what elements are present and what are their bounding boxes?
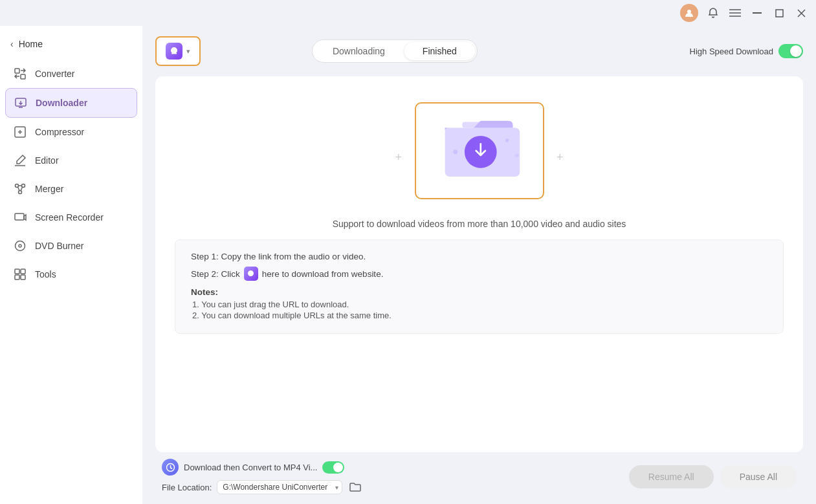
resume-all-button[interactable]: Resume All <box>629 465 714 488</box>
file-location-row: File Location: G:\Wondershare UniConvert… <box>162 479 619 495</box>
illustration-area: + + <box>175 89 784 212</box>
sidebar-item-converter[interactable]: Converter <box>0 60 142 88</box>
svg-point-15 <box>19 191 22 194</box>
step2-line: Step 2: Click here to download from webs… <box>191 267 767 281</box>
back-arrow-icon: ‹ <box>10 39 14 49</box>
sidebar-back[interactable]: ‹ Home <box>0 32 142 60</box>
svg-rect-19 <box>15 214 24 220</box>
file-location-select-wrap[interactable]: G:\Wondershare UniConverter <box>217 480 342 494</box>
merger-icon <box>13 182 27 196</box>
svg-rect-22 <box>15 269 19 274</box>
file-location-label: File Location: <box>162 483 212 492</box>
svg-rect-25 <box>21 275 25 279</box>
step2-prefix: Step 2: Click <box>191 269 240 279</box>
folder-svg <box>428 109 531 193</box>
downloader-icon <box>14 96 28 110</box>
sidebar-back-label: Home <box>19 39 43 49</box>
sidebar-item-label: Tools <box>35 269 56 279</box>
maximize-icon[interactable] <box>772 6 786 20</box>
tab-group: Downloading Finished <box>312 39 478 63</box>
svg-point-31 <box>515 153 518 157</box>
add-btn-dropdown-arrow: ▾ <box>186 47 190 56</box>
compressor-icon <box>13 125 27 139</box>
note1: 1. You can just drag the URL to download… <box>192 300 767 309</box>
close-icon[interactable] <box>794 6 808 20</box>
tools-icon <box>13 267 27 281</box>
svg-line-18 <box>21 187 23 191</box>
menu-icon[interactable] <box>728 6 742 20</box>
sidebar-item-merger[interactable]: Merger <box>0 175 142 203</box>
add-download-icon <box>166 43 182 60</box>
svg-point-29 <box>453 149 458 154</box>
svg-point-21 <box>19 245 21 247</box>
titlebar <box>0 0 816 26</box>
sidebar-item-label: Editor <box>35 155 59 166</box>
svg-rect-4 <box>753 12 762 14</box>
notification-icon[interactable] <box>706 6 720 20</box>
svg-rect-23 <box>21 269 25 274</box>
sidebar-item-label: Converter <box>35 69 74 79</box>
svg-rect-9 <box>21 74 25 79</box>
folder-illustration-box <box>415 102 544 199</box>
user-avatar <box>680 4 698 22</box>
instructions-box: Step 1: Copy the link from the audio or … <box>175 239 784 334</box>
notes-section: Notes: 1. You can just drag the URL to d… <box>191 287 767 320</box>
sidebar-item-editor[interactable]: Editor <box>0 146 142 175</box>
notes-title: Notes: <box>191 287 767 297</box>
note2: 2. You can download multiple URLs at the… <box>192 311 767 320</box>
plus-decoration-right: + <box>557 151 564 164</box>
bottom-bar: Download then Convert to MP4 Vi... File … <box>155 452 803 495</box>
svg-point-13 <box>16 184 19 188</box>
bottom-right: Resume All Pause All <box>629 465 797 488</box>
step1-line: Step 1: Copy the link from the audio or … <box>191 252 767 261</box>
high-speed-label: High Speed Download <box>690 47 773 56</box>
sidebar-item-label: Screen Recorder <box>35 212 104 223</box>
convert-label: Download then Convert to MP4 Vi... <box>184 463 317 472</box>
topbar: ▾ Downloading Finished High Speed Downlo… <box>155 36 803 66</box>
sidebar-item-dvd-burner[interactable]: DVD Burner <box>0 232 142 260</box>
bottom-left: Download then Convert to MP4 Vi... File … <box>162 459 619 495</box>
app-body: ‹ Home Converter Downloader <box>0 26 816 504</box>
sidebar-item-label: Downloader <box>36 98 87 108</box>
svg-point-14 <box>22 184 25 188</box>
main-content: ▾ Downloading Finished High Speed Downlo… <box>142 26 816 504</box>
content-card: + + Support to download videos from more… <box>155 76 803 452</box>
tab-finished[interactable]: Finished <box>404 42 475 60</box>
sidebar-item-label: Compressor <box>35 127 84 137</box>
converter-icon <box>13 67 27 81</box>
dvd-burner-icon <box>13 239 27 253</box>
svg-point-30 <box>505 138 509 142</box>
svg-rect-5 <box>776 10 783 17</box>
sidebar-item-screen-recorder[interactable]: Screen Recorder <box>0 203 142 232</box>
step2-suffix: here to download from website. <box>262 269 384 279</box>
svg-line-17 <box>18 187 20 191</box>
sidebar: ‹ Home Converter Downloader <box>0 26 142 504</box>
convert-row: Download then Convert to MP4 Vi... <box>162 459 619 476</box>
sidebar-item-compressor[interactable]: Compressor <box>0 118 142 146</box>
svg-rect-24 <box>15 275 19 279</box>
sidebar-item-downloader[interactable]: Downloader <box>5 88 137 118</box>
tab-downloading[interactable]: Downloading <box>314 42 403 60</box>
convert-toggle[interactable] <box>322 461 344 474</box>
high-speed-toggle[interactable] <box>778 44 803 58</box>
svg-rect-8 <box>15 69 19 73</box>
plus-decoration-left: + <box>395 151 402 164</box>
high-speed-section: High Speed Download <box>690 44 803 58</box>
folder-open-button[interactable] <box>347 479 363 495</box>
sidebar-item-label: DVD Burner <box>35 241 83 251</box>
editor-icon <box>13 153 27 168</box>
file-location-select[interactable]: G:\Wondershare UniConverter <box>217 480 342 494</box>
sidebar-item-label: Merger <box>35 184 63 194</box>
minimize-icon[interactable] <box>750 6 764 20</box>
pause-all-button[interactable]: Pause All <box>720 465 797 488</box>
clock-icon <box>162 459 179 476</box>
support-text: Support to download videos from more tha… <box>333 219 626 229</box>
step1-text: Step 1: Copy the link from the audio or … <box>191 252 366 261</box>
sidebar-item-tools[interactable]: Tools <box>0 260 142 289</box>
screen-recorder-icon <box>13 210 27 225</box>
add-download-button[interactable]: ▾ <box>155 36 201 66</box>
svg-point-20 <box>16 241 25 251</box>
step2-inline-icon <box>244 267 258 281</box>
